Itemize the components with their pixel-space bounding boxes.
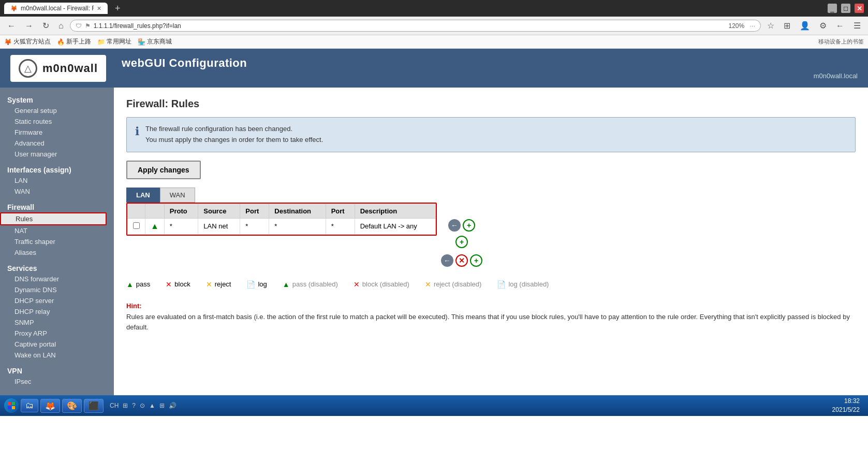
extensions-icon[interactable]: ⊞ (781, 20, 793, 32)
bookmark-item-3[interactable]: 🏪 京东商城 (138, 37, 172, 46)
taskbar-app-2[interactable]: 🦊 (40, 399, 60, 413)
sidebar-item-traffic-shaper[interactable]: Traffic shaper (0, 236, 114, 247)
sidebar-section-system: System General setup Static routes Firmw… (0, 93, 114, 160)
new-tab-button[interactable]: + (112, 3, 124, 14)
sidebar-item-static-routes[interactable]: Static routes (0, 116, 114, 127)
tab-close-btn[interactable]: ✕ (97, 5, 101, 12)
sidebar-item-firmware[interactable]: Firmware (0, 127, 114, 138)
sidebar-item-proxy-arp[interactable]: Proxy ARP (0, 328, 114, 339)
taskbar-icon-5: ▲ (149, 402, 155, 409)
row-checkbox-cell[interactable] (128, 218, 145, 234)
bookmark-item-2[interactable]: 📁 常用网址 (97, 37, 131, 46)
legend-block: ✕ block (166, 280, 190, 289)
sidebar-item-lan[interactable]: LAN (0, 175, 114, 186)
legend-reject-disabled-label: reject (disabled) (434, 280, 482, 288)
delete-rule-button[interactable]: ✕ (455, 254, 468, 267)
browser-chrome: 🦊 m0n0wall.local - Firewall: Ru... ✕ + _… (0, 0, 868, 49)
bookmark-item-0[interactable]: 🦊 火狐官方站点 (4, 37, 51, 46)
taskbar-app-3[interactable]: 🎨 (62, 399, 82, 413)
col-proto: Proto (164, 204, 198, 218)
add-rule-below-button[interactable]: + (455, 236, 468, 248)
alert-text: The firewall rule configuration has been… (145, 124, 323, 146)
sidebar-vpn-label: VPN (0, 364, 114, 376)
forward-button[interactable]: → (22, 20, 36, 32)
row-source: LAN net (198, 218, 240, 234)
home-button[interactable]: ⌂ (55, 20, 67, 32)
main-layout: System General setup Static routes Firmw… (0, 88, 868, 395)
page-wrapper: △ m0n0wall webGUI Configuration m0n0wall… (0, 49, 868, 395)
sidebar-item-wan[interactable]: WAN (0, 186, 114, 197)
sidebar-system-label: System (0, 93, 114, 105)
sidebar-item-advanced[interactable]: Advanced (0, 138, 114, 149)
sync-icon[interactable]: 👤 (797, 20, 813, 32)
undo-icon[interactable]: ← (833, 20, 847, 32)
move-left-button-2[interactable]: ← (441, 254, 453, 267)
sidebar-item-dynamic-dns[interactable]: Dynamic DNS (0, 284, 114, 295)
url-bar[interactable]: 🛡 ⚑ 1.1.1.1/firewall_rules.php?if=lan 12… (70, 20, 761, 32)
rules-table: Proto Source Port Destination Port Descr… (127, 204, 436, 235)
sidebar-item-aliases[interactable]: Aliases (0, 247, 114, 258)
up-arrow-icon: ▲ (151, 222, 159, 231)
settings-icon[interactable]: ⚙ (816, 20, 830, 32)
tab-wan[interactable]: WAN (160, 188, 195, 203)
sidebar-firewall-label: Firewall (0, 200, 114, 212)
sidebar-item-captive-portal[interactable]: Captive portal (0, 339, 114, 350)
sidebar-item-snmp[interactable]: SNMP (0, 317, 114, 328)
sidebar-item-dns-forwarder[interactable]: DNS forwarder (0, 274, 114, 284)
col-description: Description (355, 204, 435, 218)
move-left-button[interactable]: ← (448, 219, 461, 232)
bookmark-button[interactable]: ☆ (764, 20, 777, 32)
action-single: + (455, 236, 468, 248)
sidebar-item-nat[interactable]: NAT (0, 225, 114, 236)
start-button[interactable] (4, 398, 19, 413)
legend: ▲ pass ✕ block ✕ reject 📄 log ▲ pass (126, 275, 856, 294)
taskbar-icon-2: ⊞ (123, 402, 128, 409)
sidebar: System General setup Static routes Firmw… (0, 88, 114, 395)
taskbar-app-1[interactable]: 🗂 (21, 399, 38, 412)
page-title: Firewall: Rules (126, 98, 856, 110)
block-disabled-icon: ✕ (354, 280, 360, 289)
close-button[interactable]: ✕ (855, 4, 864, 13)
legend-pass-disabled: ▲ pass (disabled) (283, 280, 338, 289)
bookmarks-bar: 🦊 火狐官方站点 🔥 新手上路 📁 常用网址 🏪 京东商城 移动设备上的书签 (0, 35, 868, 49)
taskbar-icon-6: ⊞ (159, 402, 165, 409)
taskbar-app-4[interactable]: ⬛ (84, 399, 104, 413)
add-rule-button[interactable]: + (463, 219, 475, 232)
hint-text: Rules are evaluated on a first-match bas… (126, 312, 856, 334)
apply-changes-button[interactable]: Apply changes (126, 161, 201, 179)
menu-icon[interactable]: ☰ (850, 20, 864, 32)
bookmark-item-1[interactable]: 🔥 新手上路 (57, 37, 91, 46)
minimize-button[interactable]: _ (828, 4, 837, 13)
sidebar-item-general-setup[interactable]: General setup (0, 105, 114, 116)
header-hostname: m0n0wall.local (122, 72, 858, 80)
sidebar-item-dhcp-relay[interactable]: DHCP relay (0, 306, 114, 317)
sidebar-item-user-manager[interactable]: User manager (0, 149, 114, 160)
refresh-button[interactable]: ↻ (39, 20, 52, 32)
row-source-port: * (240, 218, 269, 234)
legend-pass-disabled-label: pass (disabled) (292, 280, 338, 288)
legend-log-label: log (258, 280, 267, 288)
svg-rect-1 (12, 402, 15, 405)
row-checkbox[interactable] (133, 222, 140, 229)
legend-log-disabled-label: log (disabled) (508, 280, 549, 288)
svg-rect-3 (12, 406, 15, 409)
mobile-bookmark: 移动设备上的书签 (818, 38, 864, 46)
sidebar-item-dhcp-server[interactable]: DHCP server (0, 295, 114, 306)
browser-tab[interactable]: 🦊 m0n0wall.local - Firewall: Ru... ✕ (4, 3, 108, 14)
sidebar-item-ipsec[interactable]: IPsec (0, 376, 114, 387)
legend-reject: ✕ reject (206, 280, 231, 289)
header-title-area: webGUI Configuration m0n0wall.local (106, 56, 858, 80)
taskbar-system-icons: CH ⊞ ? ⊙ ▲ ⊞ 🔊 (106, 402, 181, 409)
more-options-icon[interactable]: ··· (749, 22, 755, 30)
sidebar-item-rules[interactable]: Rules (0, 212, 107, 225)
svg-rect-0 (8, 402, 11, 405)
sidebar-item-wake-on-lan[interactable]: Wake on LAN (0, 350, 114, 361)
add-rule-button-2[interactable]: + (470, 254, 482, 267)
legend-pass-label: pass (136, 280, 150, 288)
tab-lan[interactable]: LAN (126, 188, 160, 203)
taskbar-icon-3: ? (132, 402, 136, 409)
url-text: 1.1.1.1/firewall_rules.php?if=lan (94, 22, 724, 30)
maximize-button[interactable]: □ (841, 4, 850, 13)
row-description: Default LAN -> any (355, 218, 435, 234)
back-button[interactable]: ← (4, 20, 19, 32)
